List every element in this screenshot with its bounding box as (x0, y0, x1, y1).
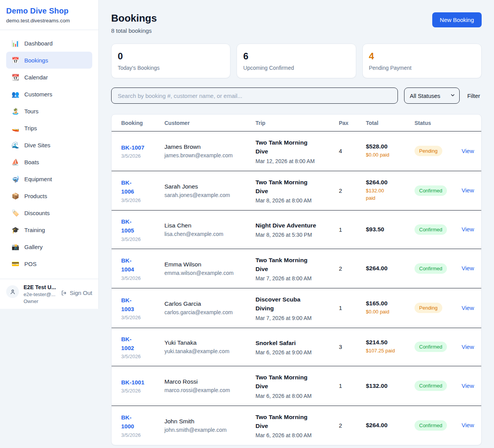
view-booking-link[interactable]: View (462, 187, 474, 194)
sidebar-item-trips[interactable]: 🚤 Trips (6, 120, 92, 136)
stat-value: 6 (243, 51, 349, 62)
sidebar-item-tours[interactable]: 🏝️ Tours (6, 103, 92, 120)
booking-created-date: 3/5/2026 (121, 197, 164, 203)
paid-amount: $132.00 paid (366, 187, 410, 202)
view-booking-link[interactable]: View (462, 148, 474, 154)
trip-name: Night Dive Adventure (255, 221, 333, 230)
user-role: Owner (24, 298, 56, 304)
sidebar-item-training[interactable]: 🎓 Training (6, 221, 92, 238)
bookings-icon: 📅 (12, 57, 19, 64)
sidebar-item-pos[interactable]: 💳 POS (6, 255, 92, 272)
status-badge: Pending (414, 146, 442, 156)
view-booking-link[interactable]: View (462, 305, 474, 311)
sidebar-nav: 📊 Dashboard 📅 Bookings 📆 Calendar 👥 Cust… (0, 30, 98, 279)
pos-icon: 💳 (12, 260, 19, 268)
view-booking-link[interactable]: View (462, 344, 474, 350)
user-icon (10, 289, 16, 295)
table-body: BK-1007 3/5/2026 James Brown james.brown… (112, 131, 481, 445)
products-icon: 📦 (12, 192, 19, 200)
booking-id-link[interactable]: BK- 1000 (121, 413, 134, 431)
status-badge: Confirmed (414, 185, 447, 196)
trip-datetime: Mar 8, 2026 at 5:30 PM (255, 232, 333, 238)
customer-name: John Smith (164, 418, 255, 425)
booking-id-link[interactable]: BK- 1005 (121, 217, 134, 235)
stats-cards: 0 Today's Bookings 6 Upcoming Confirmed … (111, 44, 482, 78)
sidebar-item-boats[interactable]: ⛵ Boats (6, 153, 92, 170)
trip-datetime: Mar 6, 2026 at 8:00 AM (255, 432, 333, 438)
customer-email: yuki.tanaka@example.com (164, 348, 255, 354)
trip-datetime: Mar 6, 2026 at 9:00 AM (255, 349, 333, 355)
sidebar-item-calendar[interactable]: 📆 Calendar (6, 69, 92, 86)
sidebar: Demo Dive Shop demo.test.divestreams.com… (0, 0, 99, 309)
pax-count: 3 (339, 344, 366, 350)
stat-card-upcoming-confirmed: 6 Upcoming Confirmed (237, 44, 356, 78)
sidebar-item-equipment[interactable]: 🤿 Equipment (6, 170, 92, 187)
trip-name: Two Tank Morning Dive (255, 373, 333, 391)
nav-item-label: POS (24, 261, 37, 267)
table-row: BK- 1005 3/5/2026 Lisa Chen lisa.chen@ex… (112, 210, 481, 249)
booking-id-link[interactable]: BK-1007 (121, 143, 144, 152)
discounts-icon: 🏷️ (12, 209, 19, 217)
table-header-row: Booking Customer Trip Pax Total Status (112, 115, 481, 131)
total-amount: $264.00 (366, 422, 410, 429)
customer-name: Yuki Tanaka (164, 339, 255, 346)
column-header-status: Status (414, 120, 462, 126)
view-booking-link[interactable]: View (462, 382, 474, 389)
nav-item-label: Calendar (24, 74, 48, 81)
booking-id-link[interactable]: BK- 1004 (121, 256, 134, 274)
paid-amount: $107.25 paid (366, 347, 410, 355)
trips-icon: 🚤 (12, 125, 19, 132)
status-filter-select[interactable]: All Statuses (404, 88, 460, 104)
trip-datetime: Mar 8, 2026 at 8:00 AM (255, 197, 333, 204)
sidebar-item-dashboard[interactable]: 📊 Dashboard (6, 35, 92, 52)
sign-out-button[interactable]: Sign Out (61, 290, 92, 296)
customer-name: Carlos Garcia (164, 300, 255, 307)
user-name: E2E Test U... (24, 284, 56, 290)
booking-id-link[interactable]: BK-1001 (121, 378, 144, 387)
customer-name: Emma Wilson (164, 261, 255, 268)
customer-email: carlos.garcia@example.com (164, 309, 255, 315)
view-booking-link[interactable]: View (462, 226, 474, 232)
filter-button[interactable]: Filter (466, 93, 482, 99)
new-booking-button[interactable]: New Booking (432, 12, 482, 27)
sidebar-item-products[interactable]: 📦 Products (6, 187, 92, 204)
trip-name: Two Tank Morning Dive (255, 256, 333, 274)
table-row: BK- 1002 3/5/2026 Yuki Tanaka yuki.tanak… (112, 328, 481, 366)
view-booking-link[interactable]: View (462, 422, 474, 428)
sidebar-item-dive-sites[interactable]: 🌊 Dive Sites (6, 136, 92, 153)
pax-count: 4 (339, 148, 366, 154)
stat-label: Pending Payment (369, 65, 475, 71)
nav-item-label: Trips (24, 125, 37, 131)
total-amount: $214.50 (366, 339, 410, 346)
status-badge: Confirmed (414, 263, 447, 274)
sidebar-item-discounts[interactable]: 🏷️ Discounts (6, 204, 92, 221)
total-amount: $264.00 (366, 179, 410, 186)
booking-created-date: 3/5/2026 (121, 236, 164, 242)
booking-id-link[interactable]: BK- 1006 (121, 178, 134, 196)
customers-icon: 👥 (12, 91, 19, 98)
pax-count: 2 (339, 187, 366, 194)
customer-name: Lisa Chen (164, 222, 255, 229)
trip-name: Two Tank Morning Dive (255, 178, 333, 196)
filter-controls: All Statuses Filter (111, 88, 482, 104)
booking-created-date: 3/5/2026 (121, 275, 164, 281)
booking-id-link[interactable]: BK- 1002 (121, 335, 134, 353)
stat-value: 0 (118, 51, 224, 62)
sidebar-item-customers[interactable]: 👥 Customers (6, 86, 92, 103)
view-booking-link[interactable]: View (462, 265, 474, 271)
trip-datetime: Mar 12, 2026 at 8:00 AM (255, 158, 333, 164)
training-icon: 🎓 (12, 226, 19, 234)
customer-email: john.smith@example.com (164, 427, 255, 433)
column-header-customer: Customer (164, 120, 255, 126)
sidebar-item-bookings[interactable]: 📅 Bookings (6, 52, 92, 69)
tours-icon: 🏝️ (12, 108, 19, 115)
page-title: Bookings (111, 12, 157, 24)
pax-count: 1 (339, 305, 366, 311)
booking-created-date: 3/5/2026 (121, 388, 164, 394)
booking-id-link[interactable]: BK- 1003 (121, 296, 134, 314)
sign-out-label: Sign Out (70, 290, 92, 296)
sidebar-item-gallery[interactable]: 📸 Gallery (6, 238, 92, 255)
nav-item-label: Dashboard (24, 40, 52, 47)
total-amount: $93.50 (366, 226, 410, 233)
search-input[interactable] (111, 88, 398, 104)
